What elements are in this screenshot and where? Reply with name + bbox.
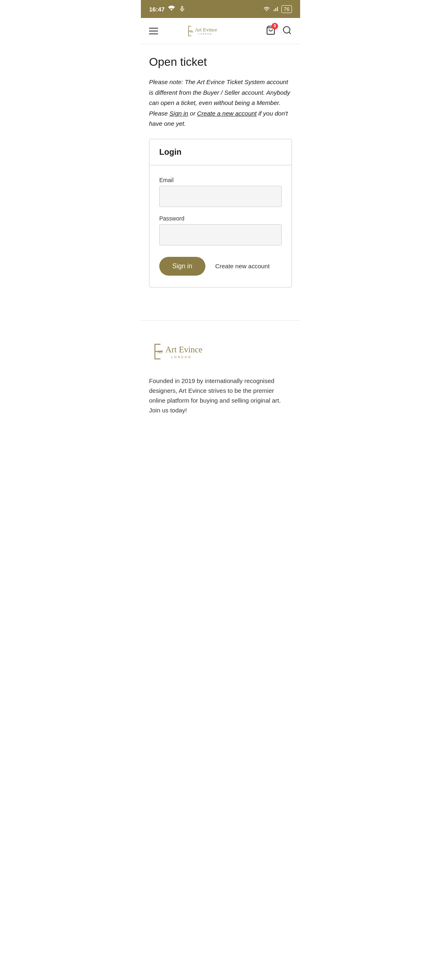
svg-text:Art Evince: Art Evince <box>195 27 217 32</box>
status-bar: 16:47 76 <box>141 0 300 18</box>
svg-point-0 <box>171 9 172 10</box>
login-card: Login Email Password Sign in Create new … <box>149 139 292 287</box>
email-form-group: Email <box>159 177 282 207</box>
create-new-account-link[interactable]: Create new account <box>215 263 270 270</box>
navbar: AE Art Evince LONDON 0 <box>141 18 300 44</box>
footer-description: Founded in 2019 by internationally recog… <box>149 376 292 415</box>
svg-point-6 <box>283 27 290 33</box>
wifi-icon <box>263 6 270 12</box>
svg-text:AE: AE <box>157 350 163 354</box>
sign-in-link[interactable]: Sign in <box>169 110 188 117</box>
password-input[interactable] <box>159 224 282 245</box>
cart-button[interactable]: 0 <box>266 25 276 37</box>
main-content: Open ticket Please note: The Art Evince … <box>141 44 300 287</box>
footer: AE Art Evince LONDON Founded in 2019 by … <box>141 320 300 428</box>
navbar-right: 0 <box>266 25 292 37</box>
svg-text:AE: AE <box>189 30 193 33</box>
menu-button[interactable] <box>149 28 158 34</box>
password-form-group: Password <box>159 215 282 245</box>
battery-level: 76 <box>281 5 292 13</box>
mic-icon <box>178 5 186 13</box>
login-card-body: Email Password Sign in Create new accoun… <box>149 165 292 287</box>
navbar-center: AE Art Evince LONDON <box>183 23 241 39</box>
signal-icon <box>168 5 175 13</box>
email-label: Email <box>159 177 282 183</box>
create-account-inline-link[interactable]: Create a new account <box>197 110 257 117</box>
navbar-left <box>149 28 158 34</box>
page-title: Open ticket <box>149 56 292 69</box>
svg-text:LONDON: LONDON <box>171 355 192 359</box>
footer-logo: AE Art Evince LONDON <box>149 340 292 366</box>
brand-logo[interactable]: AE Art Evince LONDON <box>183 23 241 39</box>
svg-text:Art Evince: Art Evince <box>165 345 203 354</box>
cart-badge: 0 <box>272 23 278 29</box>
notice-text-part2: or <box>188 110 197 117</box>
password-label: Password <box>159 215 282 222</box>
search-icon <box>282 25 292 35</box>
login-card-header: Login <box>149 139 292 165</box>
status-time: 16:47 <box>149 6 165 13</box>
status-right: 76 <box>263 5 292 13</box>
status-left: 16:47 <box>149 5 186 13</box>
login-actions: Sign in Create new account <box>159 257 282 276</box>
search-button[interactable] <box>282 25 292 37</box>
svg-text:LONDON: LONDON <box>198 33 212 35</box>
footer-brand-logo: AE Art Evince LONDON <box>149 340 231 365</box>
login-heading: Login <box>159 147 282 157</box>
svg-line-7 <box>289 32 291 33</box>
sign-in-button[interactable]: Sign in <box>159 257 205 276</box>
notice-paragraph: Please note: The Art Evince Ticket Syste… <box>149 77 292 129</box>
cellular-icon <box>272 6 279 12</box>
email-input[interactable] <box>159 186 282 207</box>
